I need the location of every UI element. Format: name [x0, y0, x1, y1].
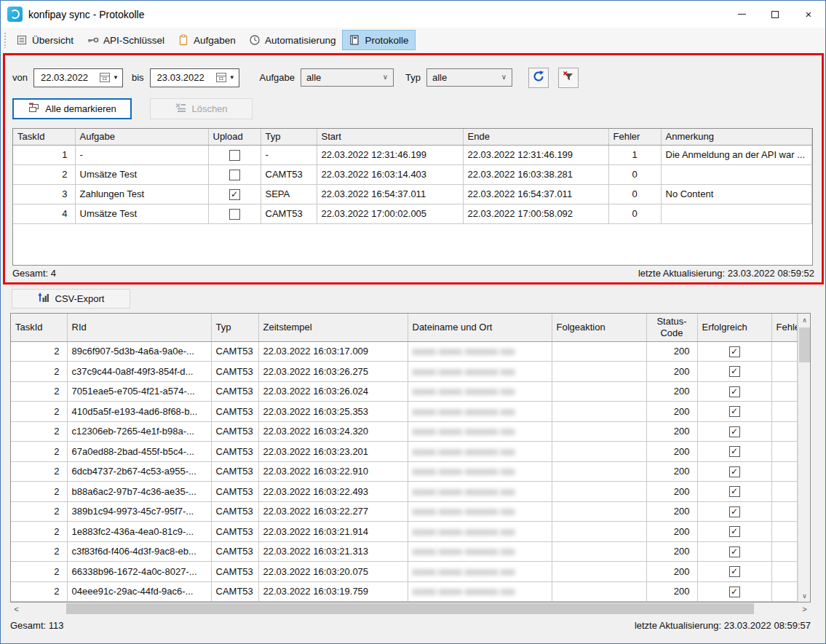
cell-dateiname: xxxxx xxxxx xxxxxxx xxx [408, 461, 552, 482]
checkbox[interactable]: ✓ [729, 466, 740, 477]
col-typ[interactable]: Typ [261, 129, 317, 145]
checkbox[interactable]: ✓ [729, 546, 740, 557]
cell-taskid: 2 [11, 562, 67, 582]
checkbox[interactable]: ✓ [729, 386, 740, 397]
task-row[interactable]: 3 Zahlungen Test ✓ SEPA 22.03.2022 16:54… [13, 184, 812, 204]
aufgabe-select[interactable]: alle ∨ [301, 68, 394, 87]
log-row[interactable]: 2 c12306eb-7265-4e1f-b98a-... CAMT53 22.… [11, 421, 798, 442]
cell-zeitstempel: 22.03.2022 16:03:22.910 [258, 461, 408, 482]
tab-automatisierung[interactable]: Automatisierung [242, 30, 343, 50]
checkbox[interactable]: ✓ [729, 587, 740, 597]
deselect-all-icon [28, 102, 40, 116]
col-start[interactable]: Start [317, 129, 463, 145]
log-row[interactable]: 2 c37c9c44-0a8f-49f3-854f-d... CAMT53 22… [11, 362, 798, 382]
checkbox[interactable]: ✓ [729, 426, 740, 437]
checkbox[interactable]: ✓ [729, 366, 740, 377]
scroll-down-icon[interactable]: ∨ [798, 589, 811, 602]
vertical-scrollbar[interactable]: ∧ ∨ [798, 314, 810, 602]
scroll-left-icon[interactable]: < [10, 603, 23, 615]
checkbox[interactable]: ✓ [729, 566, 740, 577]
checkbox[interactable]: ✓ [729, 526, 740, 537]
col-dateiname[interactable]: Dateiname und Ort [408, 314, 552, 341]
horizontal-scrollbar[interactable]: < > [10, 603, 811, 615]
col-taskid[interactable]: TaskId [13, 129, 75, 145]
cell-fehler [771, 501, 798, 522]
date-to-picker[interactable]: 23.03.2022 ▼ [150, 68, 239, 87]
tab-api-schluessel[interactable]: API-Schlüssel [80, 30, 171, 50]
col-erfolgreich[interactable]: Erfolgreich [697, 314, 771, 341]
checkbox[interactable] [229, 209, 240, 220]
col-fehler-truncated[interactable]: Fehle [771, 314, 798, 341]
checkbox[interactable] [229, 150, 240, 161]
maximize-button[interactable] [758, 1, 792, 28]
filter-row: von 22.03.2022 ▼ bis 23.03.2022 ▼ Aufgab… [12, 68, 816, 87]
csv-export-button[interactable]: CSV-Export [12, 289, 130, 309]
col-folgeaktion[interactable]: Folgeaktion [552, 314, 646, 341]
log-row[interactable]: 2 6dcb4737-2b67-4c53-a955-... CAMT53 22.… [11, 461, 798, 482]
log-row[interactable]: 2 7051eae5-e705-4f21-a574-... CAMT53 22.… [11, 381, 798, 402]
checkbox[interactable]: ✓ [729, 506, 740, 517]
log-row[interactable]: 2 67a0ed88-2bad-455f-b5c4-... CAMT53 22.… [11, 442, 798, 462]
dropdown-arrow-icon[interactable]: ▼ [229, 74, 235, 81]
vertical-scrollbar-thumb[interactable] [799, 327, 810, 362]
task-row[interactable]: 1 - - 22.03.2022 12:31:46.199 22.03.2022… [13, 145, 812, 164]
log-row[interactable]: 2 389b1c94-9973-45c7-95f7-... CAMT53 22.… [11, 501, 798, 522]
toolbar-gripper[interactable] [4, 32, 7, 48]
col-typ[interactable]: Typ [211, 314, 258, 341]
checkbox[interactable]: ✓ [729, 406, 740, 417]
date-from-picker[interactable]: 22.03.2022 ▼ [33, 68, 123, 87]
cell-taskid: 2 [11, 442, 67, 462]
task-row[interactable]: 4 Umsätze Test CAMT53 22.03.2022 17:00:0… [13, 204, 812, 223]
cell-statuscode: 200 [646, 581, 697, 602]
deselect-all-button[interactable]: Alle demarkieren [12, 98, 132, 119]
redacted-file-path: xxxxx xxxxx xxxxxxx xxx [413, 366, 515, 377]
log-row[interactable]: 2 410d5a5f-e193-4ad6-8f68-b... CAMT53 22… [11, 402, 798, 422]
log-row[interactable]: 2 1e883fc2-436a-4ea0-81c9-... CAMT53 22.… [11, 522, 798, 542]
cell-dateiname: xxxxx xxxxx xxxxxxx xxx [408, 341, 552, 362]
col-anmerkung[interactable]: Anmerkung [661, 129, 812, 145]
typ-select[interactable]: alle ∨ [426, 68, 512, 87]
cell-erfolgreich: ✓ [697, 421, 771, 442]
task-row[interactable]: 2 Umsätze Test CAMT53 22.03.2022 16:03:1… [13, 164, 812, 184]
cell-taskid: 2 [11, 522, 67, 542]
col-rid[interactable]: RId [67, 314, 211, 341]
checkbox[interactable]: ✓ [729, 486, 740, 497]
col-upload[interactable]: Upload [208, 129, 261, 145]
tab-uebersicht[interactable]: Übersicht [9, 30, 80, 50]
col-statuscode[interactable]: Status-Code [646, 314, 697, 341]
protocol-notebook-icon [349, 34, 360, 46]
scroll-right-icon[interactable]: > [798, 603, 811, 615]
col-zeitstempel[interactable]: Zeitstempel [258, 314, 408, 341]
scroll-up-icon[interactable]: ∧ [798, 314, 811, 326]
log-row[interactable]: 2 04eee91c-29ac-44fd-9ac6-... CAMT53 22.… [11, 581, 798, 602]
cell-erfolgreich: ✓ [697, 341, 771, 362]
cell-taskid: 2 [11, 341, 67, 362]
log-row[interactable]: 2 89c6f907-5d3b-4a6a-9a0e-... CAMT53 22.… [11, 341, 798, 362]
refresh-button[interactable] [528, 68, 549, 88]
dropdown-arrow-icon[interactable]: ▼ [113, 74, 119, 81]
close-button[interactable]: × [792, 1, 825, 28]
tab-aufgaben[interactable]: Aufgaben [171, 30, 242, 50]
cell-anmerkung: Die Anmeldung an der API war ... [661, 145, 812, 164]
col-ende[interactable]: Ende [463, 129, 608, 145]
col-taskid[interactable]: TaskId [11, 314, 67, 341]
cell-aufgabe: Zahlungen Test [75, 184, 208, 204]
checkbox[interactable]: ✓ [229, 189, 240, 200]
checkbox[interactable]: ✓ [729, 446, 740, 457]
minimize-button[interactable] [725, 1, 758, 28]
checkbox[interactable]: ✓ [729, 346, 740, 357]
clear-filter-button[interactable] [558, 68, 579, 88]
log-row[interactable]: 2 b88a6ac2-97b7-4c36-ae35-... CAMT53 22.… [11, 482, 798, 502]
tab-protokolle[interactable]: Protokolle [342, 30, 415, 50]
checkbox[interactable] [229, 170, 240, 180]
log-row[interactable]: 2 66338b96-1672-4a0c-8027-... CAMT53 22.… [11, 562, 798, 582]
horizontal-scrollbar-thumb[interactable] [66, 603, 754, 614]
highlighted-protocol-panel: von 22.03.2022 ▼ bis 23.03.2022 ▼ Aufgab… [3, 53, 824, 285]
col-fehler[interactable]: Fehler [608, 129, 661, 145]
cell-zeitstempel: 22.03.2022 16:03:21.914 [258, 522, 408, 542]
delete-button[interactable]: Löschen [150, 98, 253, 119]
tasks-last-update: letzte Aktualisierung: 23.03.2022 08:59:… [638, 268, 814, 279]
log-row[interactable]: 2 c3f83f6d-f406-4d3f-9ac8-eb... CAMT53 2… [11, 541, 798, 562]
cell-taskid: 2 [11, 501, 67, 522]
col-aufgabe[interactable]: Aufgabe [75, 129, 208, 145]
